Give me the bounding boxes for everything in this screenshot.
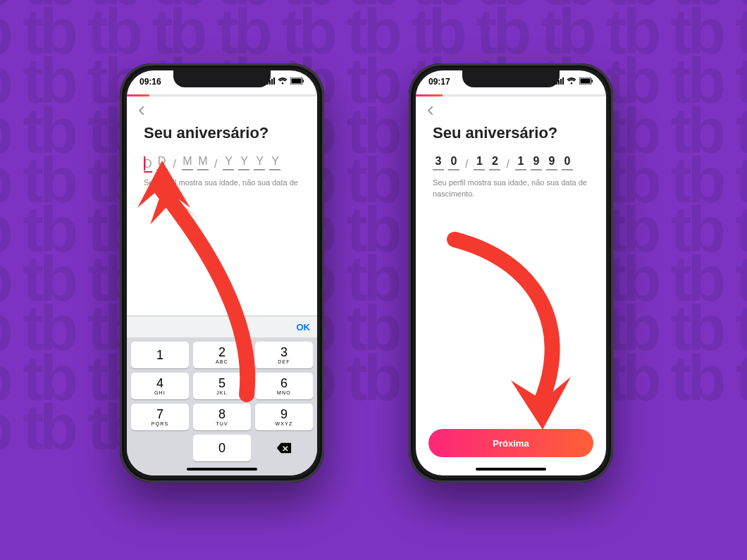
date-slot-y2[interactable]: Y bbox=[238, 155, 249, 170]
date-input-filled[interactable]: 3 0 / 1 2 / 1 9 9 0 bbox=[433, 155, 589, 170]
page-subtitle: Seu perfil mostra sua idade, não sua dat… bbox=[433, 178, 589, 200]
key-7[interactable]: 7PQRS bbox=[131, 404, 189, 430]
text-cursor bbox=[144, 156, 145, 170]
date-slot-y3[interactable]: 9 bbox=[546, 155, 557, 170]
keyboard-toolbar: OK bbox=[127, 316, 317, 337]
page-title: Seu aniversário? bbox=[433, 124, 589, 142]
page-title: Seu aniversário? bbox=[144, 124, 300, 142]
phone-notch bbox=[462, 70, 560, 87]
svg-rect-2 bbox=[303, 80, 304, 82]
nav-bar bbox=[416, 100, 606, 121]
bg-pattern: tb tb tb tb tb tb tb tb tb tb tb tb tb t… bbox=[0, 0, 747, 560]
date-slot-m1[interactable]: 1 bbox=[474, 155, 485, 170]
date-slot-d2[interactable]: D bbox=[156, 155, 168, 170]
date-separator: / bbox=[505, 158, 510, 170]
battery-icon bbox=[579, 77, 593, 87]
next-button[interactable]: Próxima bbox=[428, 429, 593, 457]
key-6[interactable]: 6MNO bbox=[255, 373, 313, 399]
progress-fill bbox=[127, 94, 149, 97]
date-separator: / bbox=[213, 158, 218, 170]
key-4[interactable]: 4GHI bbox=[131, 373, 189, 399]
date-slot-d2[interactable]: 0 bbox=[448, 155, 459, 170]
status-time: 09:17 bbox=[428, 77, 450, 87]
date-slot-y2[interactable]: 9 bbox=[531, 155, 542, 170]
tutorial-background: tb tb tb tb tb tb tb tb tb tb tb tb tb t… bbox=[0, 0, 747, 560]
home-indicator[interactable] bbox=[187, 468, 257, 471]
date-slot-y4[interactable]: 0 bbox=[562, 155, 573, 170]
date-slot-d1[interactable]: 3 bbox=[433, 155, 444, 170]
wifi-icon bbox=[278, 77, 288, 87]
back-icon[interactable] bbox=[135, 104, 148, 117]
battery-icon bbox=[290, 77, 304, 87]
svg-rect-1 bbox=[292, 79, 302, 84]
date-slot-y1[interactable]: 1 bbox=[515, 155, 526, 170]
date-input[interactable]: D D / M M / Y Y Y Y bbox=[144, 155, 300, 170]
date-slot-y1[interactable]: Y bbox=[223, 155, 234, 170]
status-time: 09:16 bbox=[140, 77, 161, 87]
nav-bar bbox=[127, 100, 317, 121]
key-8[interactable]: 8TUV bbox=[193, 404, 251, 430]
numeric-keyboard: OK 1 2ABC 3DEF 4GHI 5JKL 6MNO 7PQRS 8TUV… bbox=[127, 316, 317, 475]
progress-fill bbox=[416, 94, 443, 97]
date-slot-y3[interactable]: Y bbox=[254, 155, 265, 170]
key-backspace[interactable] bbox=[255, 435, 313, 461]
wifi-icon bbox=[567, 77, 576, 87]
phone-notch bbox=[173, 70, 271, 87]
date-slot-m2[interactable]: 2 bbox=[489, 155, 500, 170]
phone-screen: 09:17 Seu aniversário? 3 bbox=[416, 70, 606, 475]
next-button-label: Próxima bbox=[493, 438, 529, 449]
key-empty bbox=[131, 435, 189, 461]
phone-screen: 09:16 Seu aniversário? bbox=[127, 70, 317, 475]
back-icon[interactable] bbox=[424, 104, 437, 117]
key-0[interactable]: 0 bbox=[193, 435, 251, 461]
date-slot-m2[interactable]: M bbox=[197, 155, 209, 170]
date-separator: / bbox=[464, 158, 469, 170]
progress-bar bbox=[416, 94, 606, 97]
key-3[interactable]: 3DEF bbox=[255, 342, 313, 368]
key-1[interactable]: 1 bbox=[131, 342, 189, 368]
date-separator: / bbox=[172, 158, 178, 170]
date-slot-d1[interactable]: D bbox=[144, 158, 152, 173]
svg-rect-4 bbox=[581, 79, 591, 84]
key-9[interactable]: 9WXYZ bbox=[255, 404, 313, 430]
key-2[interactable]: 2ABC bbox=[193, 342, 251, 368]
keyboard-done-button[interactable]: OK bbox=[297, 322, 311, 332]
phone-mockup-left: 09:16 Seu aniversário? bbox=[120, 63, 324, 483]
date-slot-m1[interactable]: M bbox=[182, 155, 193, 170]
key-5[interactable]: 5JKL bbox=[193, 373, 251, 399]
date-slot-y4[interactable]: Y bbox=[269, 155, 280, 170]
page-subtitle: Seu perfil mostra sua idade, não sua dat… bbox=[144, 178, 300, 189]
progress-bar bbox=[127, 94, 317, 97]
phone-mockup-right: 09:17 Seu aniversário? 3 bbox=[409, 63, 613, 483]
svg-rect-5 bbox=[592, 80, 593, 82]
home-indicator[interactable] bbox=[476, 468, 546, 471]
